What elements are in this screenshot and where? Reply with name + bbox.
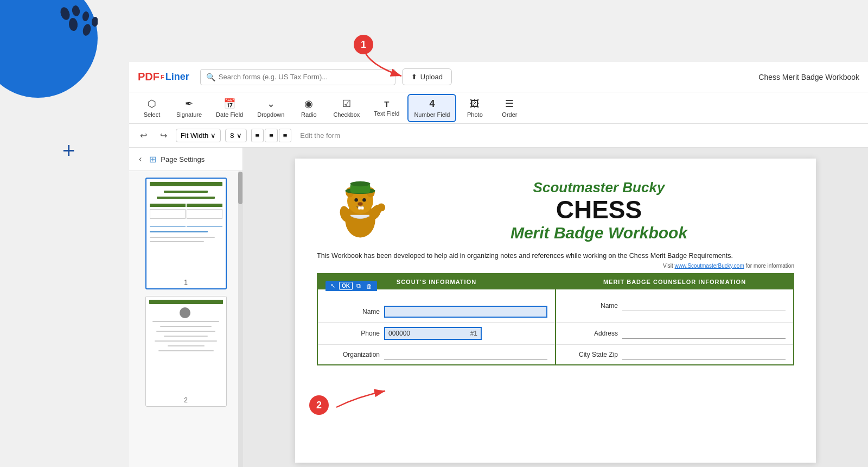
counselor-info-header: MERIT BADGE COUNSELOR INFORMATION <box>556 274 794 289</box>
tool-signature[interactable]: ✒ Signature <box>170 94 208 122</box>
tool-dropdown[interactable]: ⌄ Dropdown <box>251 94 290 122</box>
tool-select-label: Select <box>144 111 161 118</box>
redo-button[interactable]: ↪ <box>156 128 171 143</box>
title-merit: Merit Badge Workbook <box>404 224 794 242</box>
tool-date-field[interactable]: 📅 Date Field <box>210 94 249 122</box>
search-icon: 🔍 <box>206 73 215 81</box>
font-size-chevron: ∨ <box>237 131 242 140</box>
page-panel: ‹ ⊞ Page Settings <box>129 148 243 467</box>
svg-point-19 <box>377 204 385 212</box>
fit-width-chevron: ∨ <box>210 131 216 140</box>
page-settings-label: Page Settings <box>161 155 205 163</box>
cursor-icon[interactable]: ↖ <box>329 282 337 290</box>
phone-number-input[interactable]: 000000 #1 <box>384 327 482 340</box>
paw-prints-decoration <box>33 5 98 51</box>
svg-point-3 <box>68 17 78 31</box>
tool-number-field-label: Number Field <box>414 111 450 118</box>
number-field-icon: 4 <box>429 98 435 110</box>
tool-signature-label: Signature <box>176 111 202 118</box>
counselor-city-field[interactable] <box>622 349 786 360</box>
scroll-track <box>238 172 242 467</box>
counselor-address-label: Address <box>564 330 618 337</box>
select-icon: ⬡ <box>148 98 156 110</box>
info-table: SCOUT'S INFORMATION MERIT BADGE COUNSELO… <box>317 273 794 365</box>
svg-point-11 <box>362 198 366 201</box>
tool-date-field-label: Date Field <box>216 111 243 118</box>
table-row-org: Organization City State Zip <box>317 345 794 365</box>
website-link[interactable]: www.ScoutmasterBucky.com <box>675 263 744 269</box>
radio-icon: ◉ <box>304 98 313 110</box>
font-size-value: 8 <box>230 131 234 140</box>
secondary-toolbar: ↩ ↪ Fit Width ∨ 8 ∨ ≡ ≡ ≡ Edit the form <box>129 124 868 148</box>
signature-icon: ✒ <box>185 98 193 110</box>
counselor-name-label: Name <box>564 302 618 310</box>
svg-point-0 <box>59 6 71 21</box>
page-settings-icon: ⊞ <box>149 154 156 165</box>
tool-select[interactable]: ⬡ Select <box>136 94 168 122</box>
undo-button[interactable]: ↩ <box>136 128 151 143</box>
org-field[interactable] <box>384 349 547 360</box>
page-thumb-2-label: 2 <box>146 394 226 406</box>
tool-order[interactable]: ☰ Order <box>493 94 526 122</box>
pdf-website: Visit www.ScoutmasterBucky.com for more … <box>317 263 794 269</box>
fit-width-label: Fit Width <box>181 131 208 140</box>
arrow-1 <box>315 43 423 109</box>
svg-point-4 <box>81 23 92 37</box>
align-center-button[interactable]: ≡ <box>265 129 278 142</box>
edit-form-label: Edit the form <box>300 131 340 140</box>
date-field-icon: 📅 <box>224 98 235 110</box>
counselor-name-field[interactable] <box>622 300 786 311</box>
mascot-image <box>325 175 395 240</box>
logo-pdf-text: PDF <box>138 71 159 83</box>
tool-text-field-label: Text Field <box>374 110 399 117</box>
delete-icon[interactable]: 🗑 <box>365 282 374 290</box>
photo-icon: 🖼 <box>470 98 480 110</box>
font-size-select[interactable]: 8 ∨ <box>225 129 246 142</box>
svg-rect-13 <box>358 206 361 210</box>
copy-icon[interactable]: ⧉ <box>355 282 362 290</box>
tool-dropdown-label: Dropdown <box>257 111 284 118</box>
phone-value: 000000 <box>388 330 410 337</box>
title-area: Scoutmaster Bucky CHESS Merit Badge Work… <box>404 175 794 242</box>
scroll-thumb[interactable] <box>238 172 242 204</box>
logo-liner-text: Liner <box>165 71 189 83</box>
svg-point-2 <box>82 11 90 22</box>
title-chess: CHESS <box>404 196 794 224</box>
phone-field-label: Phone <box>326 330 380 337</box>
number-hash: #1 <box>470 330 477 337</box>
svg-rect-14 <box>361 206 364 210</box>
name-input-field[interactable] <box>384 306 547 318</box>
tool-photo[interactable]: 🖼 Photo <box>458 94 491 122</box>
align-left-button[interactable]: ≡ <box>251 129 264 142</box>
svg-point-1 <box>71 5 80 17</box>
svg-point-17 <box>350 181 371 186</box>
ok-button[interactable]: OK <box>339 282 353 290</box>
pdf-header: Scoutmaster Bucky CHESS Merit Badge Work… <box>317 175 794 242</box>
tool-photo-label: Photo <box>467 111 483 118</box>
document-title: Chess Merit Badge Workbook <box>758 73 859 81</box>
main-toolbar: ⬡ Select ✒ Signature 📅 Date Field ⌄ Drop… <box>129 92 868 124</box>
svg-point-12 <box>358 202 362 205</box>
counselor-city-label: City State Zip <box>564 351 618 358</box>
app-logo: PDF F Liner <box>138 71 189 83</box>
collapse-panel-button[interactable]: ‹ <box>136 153 145 165</box>
pdf-description: This Workbook has been developed to help… <box>317 251 794 261</box>
name-field-label: Name <box>326 308 380 315</box>
dropdown-icon: ⌄ <box>267 98 275 110</box>
order-icon: ☰ <box>505 98 514 110</box>
svg-point-10 <box>354 198 358 201</box>
page-thumb-1-label: 1 <box>146 276 226 288</box>
upload-label: Upload <box>420 73 443 81</box>
page-thumb-1[interactable]: 1 <box>145 178 227 289</box>
table-row-name: ↖ OK ⧉ 🗑 Name Name <box>317 289 794 323</box>
plus-decoration: + <box>62 138 75 163</box>
align-right-button[interactable]: ≡ <box>279 129 292 142</box>
tool-checkbox-label: Checkbox <box>333 111 360 118</box>
top-navigation: PDF F Liner 🔍 ⬆ Upload Chess Merit Badge… <box>129 62 868 92</box>
field-control-bar: ↖ OK ⧉ 🗑 <box>326 281 377 291</box>
page-thumb-2[interactable]: 2 <box>145 296 227 407</box>
counselor-address-field[interactable] <box>622 328 786 339</box>
page-panel-header: ‹ ⊞ Page Settings <box>129 148 242 171</box>
tool-order-label: Order <box>502 111 517 118</box>
fit-width-select[interactable]: Fit Width ∨ <box>176 129 221 142</box>
